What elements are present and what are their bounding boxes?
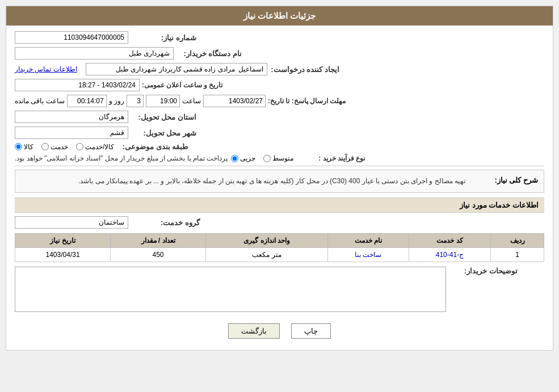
noع-jozئi-label: جزیی bbox=[240, 154, 255, 162]
ostan-label: استان محل تحویل: bbox=[128, 113, 196, 121]
shmaare-row: شماره نیاز: bbox=[15, 31, 544, 44]
tawzihat-label: توضیحات خریدار: bbox=[449, 267, 518, 275]
page-title: جزئیات اطلاعات نیاز bbox=[243, 11, 316, 20]
mohlat-date-input[interactable] bbox=[203, 95, 266, 107]
khadamat-section-title: اطلاعات خدمات مورد نیاز bbox=[15, 197, 544, 213]
cell-vahed: متر مکعب bbox=[205, 248, 327, 262]
noع-motevaset-radio[interactable] bbox=[263, 155, 271, 162]
grohe-row: گروه خدمت: bbox=[15, 216, 544, 229]
buttons-row: چاپ بازگشت bbox=[15, 318, 544, 344]
sharh-section: شرح کلی نیاز: تهیه مصالح و اجرای بتن دست… bbox=[15, 170, 544, 193]
table-row: 1 ج-41-410 ساخت بنا متر مکعب 450 1403/04… bbox=[15, 248, 544, 262]
th-tarikh: تاریخ نیاز bbox=[15, 234, 111, 248]
cell-code: ج-41-410 bbox=[409, 248, 491, 262]
mohlat-row: مهلت ارسال پاسخ: تا تاریخ: ساعت روز و سا… bbox=[15, 95, 544, 107]
chap-button[interactable]: چاپ bbox=[291, 323, 331, 339]
sharh-label: شرح کلی نیاز: bbox=[470, 176, 538, 184]
mohlat-saat-label: ساعت bbox=[182, 97, 201, 105]
noع-note: پرداخت تمام یا بخشی از مبلغ خریدار از مح… bbox=[15, 154, 228, 162]
noع-radio-group: متوسط جزیی bbox=[231, 154, 293, 162]
noع-motevaset[interactable]: متوسط bbox=[263, 154, 293, 162]
tarikh-input[interactable] bbox=[15, 79, 140, 91]
mohlat-baqi-input[interactable] bbox=[67, 95, 107, 107]
noع-label: نوع فرآیند خرید : bbox=[297, 154, 365, 162]
tawzihat-row: توضیحات خریدار: bbox=[15, 267, 544, 312]
mohlat-baqi-label: ساعت باقی مانده bbox=[15, 97, 65, 105]
tabaqe-kala-khadamat-label: کالا/خدمت bbox=[85, 143, 114, 151]
name-input[interactable] bbox=[15, 47, 174, 60]
shmaare-input[interactable] bbox=[15, 31, 128, 44]
sharh-text: تهیه مصالح و اجرای بتن دستی با عیار 400 … bbox=[21, 176, 465, 187]
mohlat-rooz-label: روز و bbox=[109, 97, 124, 105]
main-card: جزئیات اطلاعات نیاز شماره نیاز: نام دستگ… bbox=[6, 6, 553, 351]
th-vahed: واحد اندازه گیری bbox=[205, 234, 327, 248]
tabaqe-kala-khadamat[interactable]: کالا/خدمت bbox=[76, 143, 114, 151]
page-header: جزئیات اطلاعات نیاز bbox=[6, 6, 553, 26]
tabaqe-kala-radio[interactable] bbox=[15, 143, 22, 150]
cell-tarikh: 1403/04/31 bbox=[15, 248, 111, 262]
th-name: نام خدمت bbox=[328, 234, 409, 248]
th-radif: ردیف bbox=[491, 234, 544, 248]
grohe-label: گروه خدمت: bbox=[132, 218, 200, 227]
tabaqe-radio-group: کالا/خدمت خدمت کالا bbox=[15, 143, 114, 151]
bazgasht-button[interactable]: بازگشت bbox=[228, 323, 280, 339]
tabaqe-khadamat[interactable]: خدمت bbox=[41, 143, 68, 151]
divider-1 bbox=[15, 166, 544, 166]
cell-radif: 1 bbox=[491, 248, 544, 262]
name-row: نام دستگاه خریدار: bbox=[15, 47, 544, 60]
tabaqe-kala[interactable]: کالا bbox=[15, 143, 33, 151]
shahr-row: شهر محل تحویل: bbox=[15, 127, 544, 139]
mohlat-label: مهلت ارسال پاسخ: تا تاریخ: bbox=[268, 97, 346, 105]
th-tedad: تعداد / مقدار bbox=[111, 234, 206, 248]
noع-jozئi[interactable]: جزیی bbox=[231, 154, 255, 162]
shahr-label: شهر محل تحویل: bbox=[128, 129, 196, 137]
creator-row: ایجاد کننده درخواست: اطلاعات تماس خریدار bbox=[15, 63, 544, 75]
cell-name: ساخت بنا bbox=[328, 248, 409, 262]
tabaqe-kala-label: کالا bbox=[24, 143, 33, 151]
grohe-input[interactable] bbox=[15, 216, 128, 229]
tawzihat-textarea[interactable] bbox=[15, 267, 446, 312]
cell-tedad: 450 bbox=[111, 248, 206, 262]
shahr-input[interactable] bbox=[15, 127, 128, 139]
sharh-inner: شرح کلی نیاز: تهیه مصالح و اجرای بتن دست… bbox=[21, 176, 538, 187]
tabaqe-label: طبقه بندی موضوعی: bbox=[120, 142, 188, 151]
tarikh-row: تاریخ و ساعت اعلان عمومی: bbox=[15, 79, 544, 91]
tarikh-label: تاریخ و ساعت اعلان عمومی: bbox=[142, 81, 222, 89]
tabaqe-kala-khadamat-radio[interactable] bbox=[76, 143, 83, 150]
creator-label: ایجاد کننده درخواست: bbox=[271, 65, 339, 74]
noع-jozئi-radio[interactable] bbox=[231, 155, 238, 162]
tabaqe-row: طبقه بندی موضوعی: کالا/خدمت خدمت کالا bbox=[15, 142, 544, 151]
name-label: نام دستگاه خریدار: bbox=[174, 49, 242, 58]
mohlat-saat-input[interactable] bbox=[146, 95, 180, 107]
noع-row: نوع فرآیند خرید : متوسط جزیی پرداخت تمام… bbox=[15, 154, 544, 162]
tabaqe-khadamat-radio[interactable] bbox=[41, 143, 49, 150]
contact-link[interactable]: اطلاعات تماس خریدار bbox=[15, 65, 77, 73]
services-table: ردیف کد خدمت نام خدمت واحد اندازه گیری ت… bbox=[15, 233, 544, 262]
shmaare-label: شماره نیاز: bbox=[128, 33, 196, 42]
creator-input[interactable] bbox=[86, 63, 267, 75]
tabaqe-khadamat-label: خدمت bbox=[51, 143, 68, 151]
noع-motevaset-label: متوسط bbox=[272, 154, 293, 162]
page-container: جزئیات اطلاعات نیاز شماره نیاز: نام دستگ… bbox=[0, 0, 559, 392]
content-area: شماره نیاز: نام دستگاه خریدار: ایجاد کنن… bbox=[6, 26, 553, 350]
mohlat-rooz-input[interactable] bbox=[127, 95, 144, 107]
ostan-input[interactable] bbox=[15, 111, 128, 123]
th-code: کد خدمت bbox=[409, 234, 491, 248]
ostan-row: استان محل تحویل: bbox=[15, 111, 544, 123]
